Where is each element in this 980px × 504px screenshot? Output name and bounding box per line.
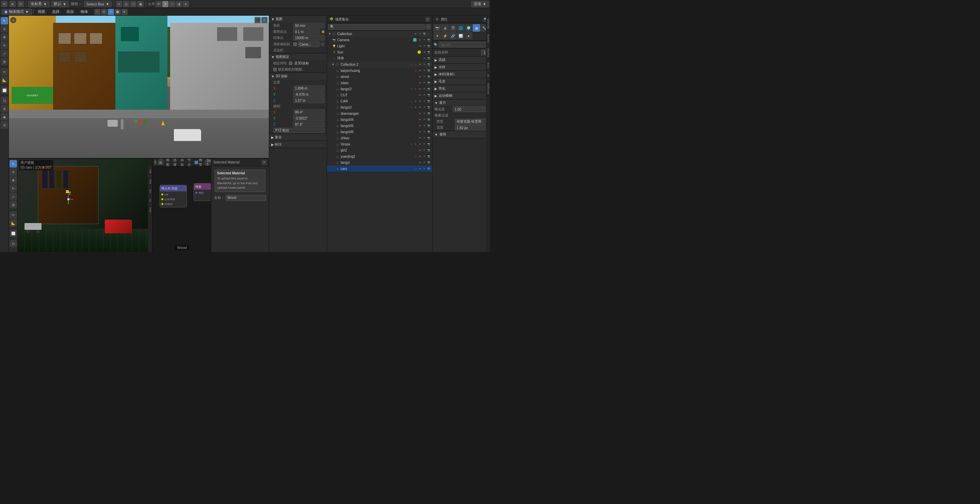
cursor-cut[interactable]: ✛ xyxy=(422,93,426,97)
eye-icon-light[interactable]: 👁 xyxy=(418,44,422,48)
render-cars[interactable]: 📷 xyxy=(427,166,431,171)
render-cut[interactable]: 📷 xyxy=(427,93,431,97)
move-tool-b[interactable]: ✥ xyxy=(10,176,17,184)
cursor-fz3[interactable]: ✛ xyxy=(422,105,426,109)
coll-header[interactable]: ▶ 集合 xyxy=(269,134,327,140)
z-value[interactable]: 1.07 m xyxy=(293,98,325,103)
loop-cut[interactable]: ⊖ xyxy=(1,121,8,129)
view-lock-header[interactable]: ▼ 视图锁定 xyxy=(269,53,327,60)
render-icon-cam[interactable]: 📷 xyxy=(427,38,431,42)
film-header[interactable]: ▼ 胶片 xyxy=(433,99,490,106)
slot-dropdown[interactable]: Slot 1 ▼ xyxy=(205,160,211,165)
lock-cam-check[interactable] xyxy=(273,68,277,71)
xr-value[interactable]: 86.4° xyxy=(293,109,325,115)
node-mapping[interactable]: 매핑 벡터 xyxy=(194,183,211,201)
viewport-top[interactable]: YOYOPET xyxy=(9,16,269,159)
eye-v[interactable]: 👁 xyxy=(418,142,422,146)
lock-check[interactable] xyxy=(289,62,292,65)
ft-value[interactable]: 布莱克曼-哈里斯 xyxy=(455,119,488,124)
camera-selector[interactable]: Came... xyxy=(298,41,320,47)
y-value[interactable]: -8.478 m xyxy=(293,92,325,97)
local-cam-check[interactable] xyxy=(293,43,297,46)
render-zawu[interactable]: 📷 xyxy=(427,81,431,85)
shading-render[interactable]: ● xyxy=(183,1,189,7)
vp-close-btn[interactable]: ✕ xyxy=(261,17,267,23)
render-fz06[interactable]: 📷 xyxy=(427,130,431,134)
cursor-v[interactable]: ✛ xyxy=(422,142,426,146)
cursor-fz[interactable]: ✛ xyxy=(422,160,426,164)
ol-camera[interactable]: 📷 Camera 👁 ✛ 📷 xyxy=(327,37,432,43)
prop-tab-material[interactable]: ● xyxy=(465,32,472,40)
mat-close[interactable]: ✕ xyxy=(261,160,267,165)
extrude-b[interactable]: ⊡ xyxy=(10,240,17,247)
ol-zhiwu[interactable]: △ zhiwu 👁 ✛ 📷 xyxy=(327,135,432,141)
eye-fz2[interactable]: 👁 xyxy=(418,87,422,91)
vp-render-btn[interactable]: ⬛ xyxy=(255,17,261,23)
select-tool[interactable]: ↖ xyxy=(1,17,8,24)
eye-g2[interactable]: 👁 xyxy=(418,148,422,152)
eye-fz05[interactable]: 👁 xyxy=(418,124,422,128)
cursor-zawu[interactable]: ✛ xyxy=(422,81,426,85)
render-fz3[interactable]: 📷 xyxy=(427,105,431,109)
render-v[interactable]: 📷 xyxy=(427,142,431,146)
eye-cut[interactable]: 👁 xyxy=(418,93,422,97)
selectbox-dropdown[interactable]: Select Box ▼ xyxy=(84,1,111,7)
menu-view[interactable]: 视图 xyxy=(35,9,48,15)
tab-ha[interactable]: Ha xyxy=(148,186,153,195)
menu-object[interactable]: 物体 xyxy=(78,9,91,15)
proportional-icon[interactable]: ◎ xyxy=(123,1,129,7)
rotate-tool-b[interactable]: ↻ xyxy=(10,185,17,192)
eye-cars[interactable]: 👁 xyxy=(418,166,422,171)
cursor-yj2[interactable]: ✛ xyxy=(422,154,426,158)
view-section-header[interactable]: ▼ 视图 xyxy=(269,16,327,22)
ol-sun[interactable]: ☀ Sun 👁 📷 xyxy=(327,49,432,55)
overlay-icon[interactable]: ⬡ xyxy=(130,1,137,7)
pivot-dot[interactable] xyxy=(66,190,69,193)
ol-fangzi04[interactable]: △ fangzi04 👁 ✛ 📷 xyxy=(327,116,432,123)
render-sphere[interactable]: 📷 xyxy=(427,56,431,60)
eye-fz04[interactable]: 👁 xyxy=(418,118,422,121)
ol-coll2[interactable]: ▼ ⬡ Collection 2 △ △ 👁 ✛ 📷 xyxy=(327,61,432,67)
measure-b[interactable]: 📐 xyxy=(10,219,17,227)
measure-tool[interactable]: 📐 xyxy=(1,76,8,84)
transform-tool-b[interactable]: ⊞ xyxy=(10,201,17,208)
rotate-icon[interactable]: ↻ xyxy=(18,1,24,7)
view-toggle-4[interactable]: ⬤ xyxy=(115,9,121,15)
eye-car[interactable]: 👁 xyxy=(418,99,422,103)
view-toggle-1[interactable]: ⬡ xyxy=(94,9,100,15)
menu-select[interactable]: 选择 xyxy=(49,9,62,15)
cursor-fz04[interactable]: ✛ xyxy=(422,118,426,121)
render-yj2[interactable]: 📷 xyxy=(427,154,431,158)
add-cube-b[interactable]: ⬜ xyxy=(10,230,17,237)
lp-header[interactable]: ▶ 光程 xyxy=(433,64,490,70)
eye-zawu[interactable]: 👁 xyxy=(418,81,422,85)
cursor-zw[interactable]: ✛ xyxy=(422,136,426,140)
shading-mat[interactable]: ◑ xyxy=(176,1,182,7)
clip-lock-icon[interactable]: 🔒 xyxy=(321,30,325,33)
render-icon-coll[interactable]: 📷 xyxy=(422,32,426,36)
clip-start-value[interactable]: 0.1 m xyxy=(293,29,320,34)
cursor-header[interactable]: ▼ 3D 游标 xyxy=(269,73,327,80)
menu-add[interactable]: 添加 xyxy=(64,9,76,15)
eye-fz06[interactable]: 👁 xyxy=(418,130,422,134)
cursor-icon-cam[interactable]: ✛ xyxy=(422,38,426,42)
eye-fz3[interactable]: 👁 xyxy=(418,105,422,109)
ne-select[interactable]: 选择 xyxy=(172,160,178,165)
move-icon[interactable]: ⊕ xyxy=(10,1,16,7)
ne-use-nodes[interactable] xyxy=(195,161,198,164)
extrude-tool[interactable]: ⊡ xyxy=(1,97,8,104)
x-value[interactable]: 1.808 m xyxy=(293,86,325,91)
rotate-tool[interactable]: ↻ xyxy=(1,41,8,49)
ol-fangzi06[interactable]: △ fangzi06 👁 ✛ 📷 xyxy=(327,129,432,135)
eye-fz[interactable]: 👁 xyxy=(418,160,422,164)
render-dx[interactable]: 📷 xyxy=(427,112,431,115)
add-cube[interactable]: ⬜ xyxy=(1,86,8,94)
eye-icon-coll[interactable]: 👁 xyxy=(414,32,417,36)
ol-street[interactable]: △ street 👁 ✛ 📷 xyxy=(327,73,432,80)
render-fz05[interactable]: 📷 xyxy=(427,124,431,128)
yr-value[interactable]: -0.0022° xyxy=(293,115,325,121)
eye-coll2[interactable]: 👁 xyxy=(418,62,422,66)
ol-fangzi2[interactable]: △ fangzi2 △ 6 👁 ✛ 📷 xyxy=(327,86,432,92)
ne-add[interactable]: 添加 xyxy=(179,160,185,165)
annotate-b[interactable]: ✏ xyxy=(10,211,17,219)
